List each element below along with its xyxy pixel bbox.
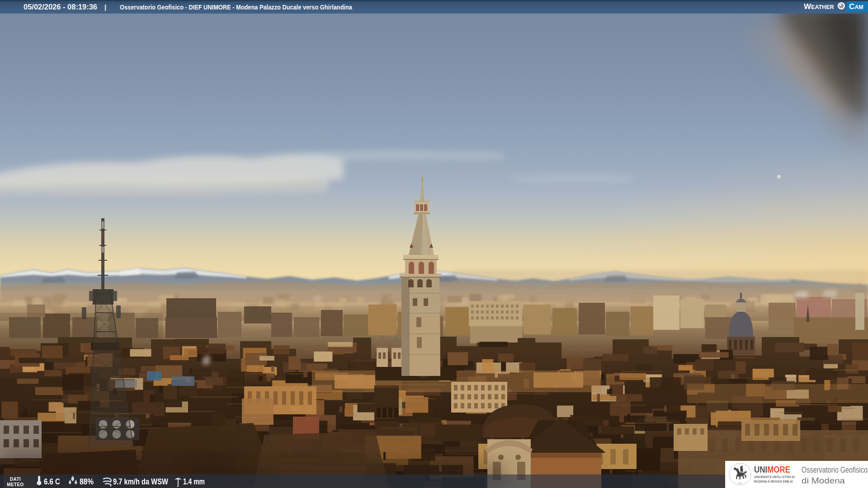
svg-text:Osservatorio Geofisico - DIEF: Osservatorio Geofisico - DIEF UNIMORE - … bbox=[120, 3, 353, 11]
svg-text:|: | bbox=[104, 3, 106, 11]
svg-text:UNIMORE: UNIMORE bbox=[754, 464, 790, 474]
svg-text:88%: 88% bbox=[80, 477, 94, 486]
svg-text:MODENA E REGGIO EMILIA: MODENA E REGGIO EMILIA bbox=[754, 479, 793, 483]
svg-text:DATI: DATI bbox=[10, 477, 21, 482]
svg-text:di Modena: di Modena bbox=[802, 476, 845, 485]
svg-text:METEO: METEO bbox=[7, 482, 24, 487]
svg-text:1.4 mm: 1.4 mm bbox=[183, 477, 205, 486]
svg-text:9.7 km/h da WSW: 9.7 km/h da WSW bbox=[113, 477, 168, 486]
svg-text:Osservatorio Geofisico: Osservatorio Geofisico bbox=[802, 465, 868, 474]
svg-text:1175: 1175 bbox=[738, 482, 742, 484]
svg-text:05/02/2026 - 08:19:36: 05/02/2026 - 08:19:36 bbox=[24, 3, 97, 11]
svg-text:UNIVERSITÀ DEGLI STUDI DI: UNIVERSITÀ DEGLI STUDI DI bbox=[754, 475, 795, 479]
svg-text:6.6 C: 6.6 C bbox=[44, 477, 60, 486]
